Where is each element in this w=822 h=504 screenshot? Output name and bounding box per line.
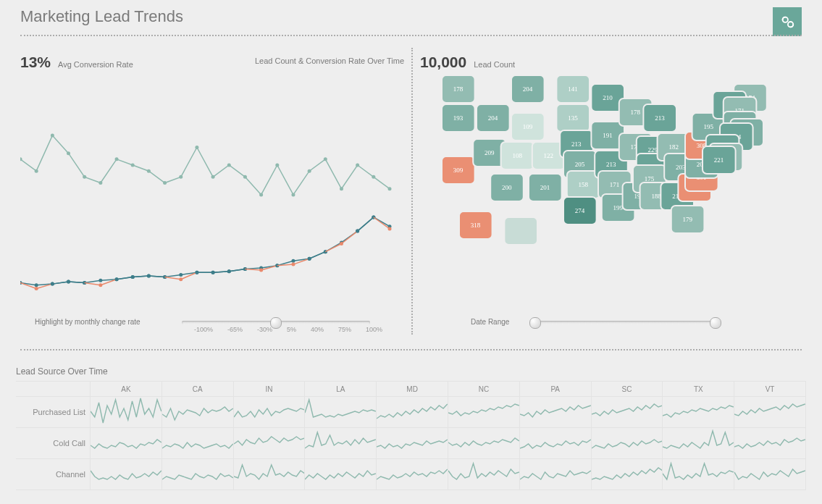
sparkline-cell[interactable] [663, 459, 734, 490]
sparkline-cell[interactable] [233, 397, 305, 428]
sparkline-cell[interactable] [448, 428, 519, 459]
sparkline-cell[interactable] [162, 428, 233, 459]
svg-rect-106 [511, 75, 545, 103]
lead-source-table: AKCAINLAMDNCPASCTXVTPurchased ListCold C… [16, 381, 806, 490]
svg-point-31 [98, 279, 102, 282]
svg-point-9 [131, 164, 135, 167]
kpi-leadcount-value: 10,000 [420, 54, 466, 71]
state-MD[interactable]: 221 [703, 146, 736, 174]
sparkline-cell[interactable] [233, 459, 305, 490]
svg-point-21 [324, 157, 327, 161]
sparkline-cell[interactable] [305, 459, 377, 490]
state-ID[interactable]: 204 [477, 104, 510, 132]
svg-rect-112 [490, 174, 524, 201]
svg-rect-120 [556, 104, 590, 132]
svg-point-20 [308, 169, 311, 173]
sparkline-cell[interactable] [519, 428, 591, 459]
refresh-button[interactable] [773, 7, 802, 36]
state-SD[interactable]: 135 [556, 104, 590, 132]
row-header: Purchased List [16, 397, 91, 428]
row-header: Cold Call [16, 428, 91, 459]
sparkline-cell[interactable] [591, 397, 663, 428]
date-range-knob-end[interactable] [710, 317, 721, 329]
col-header: IN [233, 382, 305, 397]
svg-rect-110 [501, 142, 534, 169]
svg-point-22 [340, 187, 343, 190]
page-title: Marketing Lead Trends [20, 7, 183, 25]
sparkline-cell[interactable] [377, 428, 448, 459]
slider-tick: 100% [366, 326, 382, 333]
slider-tick: -100% [194, 326, 213, 333]
sparkline-cell[interactable] [448, 459, 519, 490]
sparkline-cell[interactable] [591, 459, 663, 490]
state-WY[interactable]: 109 [511, 113, 545, 140]
svg-line-54 [52, 282, 68, 284]
sparkline-cell[interactable] [591, 428, 663, 459]
svg-point-6 [83, 175, 86, 179]
sparkline-cell[interactable] [663, 428, 734, 459]
sparkline-cell[interactable] [305, 397, 377, 428]
svg-line-92 [358, 217, 374, 231]
sparkline-cell[interactable] [233, 428, 305, 459]
sparkline-cell[interactable] [734, 397, 806, 428]
svg-point-8 [115, 157, 119, 161]
state-AZ[interactable]: 200 [490, 174, 524, 201]
leadcount-conversion-chart[interactable] [20, 71, 404, 303]
svg-rect-116 [529, 174, 562, 201]
state-ND[interactable]: 141 [556, 75, 590, 103]
svg-line-86 [309, 252, 325, 259]
svg-line-64 [133, 276, 148, 277]
svg-line-78 [245, 269, 261, 270]
sparkline-cell[interactable] [448, 397, 519, 428]
col-header: MD [377, 382, 448, 397]
svg-line-74 [213, 272, 229, 273]
highlight-slider[interactable] [182, 321, 370, 324]
svg-line-88 [325, 244, 341, 252]
sparkline-cell[interactable] [377, 397, 448, 428]
sparkline-cell[interactable] [377, 459, 448, 490]
kpi-leadcount-label: Lead Count [474, 60, 515, 69]
state-AK[interactable]: 318 [459, 211, 492, 239]
svg-point-12 [179, 175, 183, 179]
sparkline-cell[interactable] [663, 397, 734, 428]
svg-point-11 [163, 181, 167, 185]
state-MT[interactable]: 204 [511, 75, 545, 103]
svg-point-10 [147, 169, 151, 173]
col-header: TX [663, 382, 734, 397]
svg-point-27 [35, 283, 38, 287]
state-HI[interactable] [504, 217, 537, 245]
state-WA[interactable]: 178 [442, 75, 475, 103]
state-CA[interactable]: 309 [442, 156, 475, 184]
date-range-knob-start[interactable] [529, 317, 541, 329]
state-NM[interactable]: 201 [529, 174, 562, 201]
col-header: VT [734, 382, 806, 397]
sparkline-cell[interactable] [91, 428, 162, 459]
state-MI[interactable]: 213 [643, 104, 676, 132]
date-range-slider[interactable] [531, 321, 719, 324]
sparkline-cell[interactable] [305, 428, 377, 459]
lead-source-title: Lead Source Over Time [16, 366, 806, 377]
sparkline-cell[interactable] [519, 397, 591, 428]
sparkline-cell[interactable] [91, 459, 162, 490]
svg-line-94 [374, 217, 390, 229]
sparkline-cell[interactable] [162, 397, 233, 428]
svg-point-43 [291, 259, 295, 263]
state-OR[interactable]: 193 [442, 104, 475, 132]
sparkline-cell[interactable] [91, 397, 162, 428]
sparkline-cell[interactable] [734, 459, 806, 490]
sparkline-cell[interactable] [162, 459, 233, 490]
svg-line-68 [165, 277, 181, 280]
us-map-chart[interactable]: 1781933092092042041091082001222011411352… [435, 71, 789, 288]
svg-point-3 [35, 169, 38, 173]
state-UT[interactable]: 108 [501, 142, 534, 169]
state-TX[interactable]: 274 [563, 197, 597, 224]
svg-point-5 [67, 151, 70, 155]
slider-tick: 5% [287, 326, 296, 333]
sparkline-cell[interactable] [734, 428, 806, 459]
svg-rect-146 [643, 104, 676, 132]
date-range-label: Date Range [471, 318, 529, 326]
svg-point-4 [51, 134, 54, 138]
state-FL[interactable]: 179 [671, 206, 705, 233]
kpi-conversion-label: Avg Conversion Rate [58, 60, 133, 69]
sparkline-cell[interactable] [519, 459, 591, 490]
